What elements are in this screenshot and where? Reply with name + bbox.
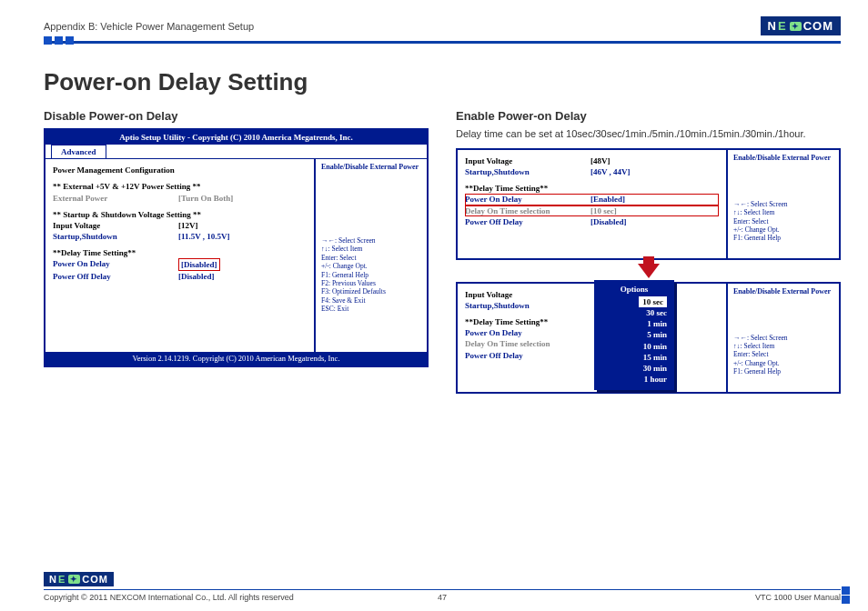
help-text: Enable/Disable External Power: [733, 154, 833, 164]
startup-shutdown-label: Startup,Shutdown: [465, 166, 590, 177]
footer-logo: NE✦COM: [44, 572, 114, 586]
input-voltage-value[interactable]: [48V]: [590, 155, 611, 166]
options-title: Options: [601, 284, 667, 295]
option-item[interactable]: 30 sec: [601, 307, 667, 318]
input-voltage-label: Input Voltage: [465, 155, 590, 166]
arrow-down-icon: [638, 264, 660, 278]
delay-time-header: **Delay Time Setting**: [465, 183, 719, 194]
power-off-delay-label: Power Off Delay: [465, 350, 590, 361]
startup-shutdown-label: Startup,Shutdown: [53, 231, 178, 242]
bios-panel-enable-bottom: Input Voltage Startup,Shutdown **Delay T…: [456, 282, 841, 394]
startup-shutdown-label: Startup,Shutdown: [465, 300, 590, 311]
right-description: Delay time can be set at 10sec/30sec/1mi…: [456, 128, 841, 139]
options-popup: Options 10 sec 30 sec 1 min 5 min 10 min…: [594, 280, 674, 390]
key-legend: →←: Select Screen ↑↓: Select Item Enter:…: [733, 334, 833, 376]
bios-footer: Version 2.14.1219. Copyright (C) 2010 Am…: [45, 352, 427, 366]
bios-panel-enable-top: Input Voltage [48V] Startup,Shutdown [46…: [456, 148, 841, 260]
option-item[interactable]: 5 min: [601, 329, 667, 340]
right-heading: Enable Power-on Delay: [456, 109, 841, 123]
option-item[interactable]: 15 min: [601, 352, 667, 363]
delay-on-time-label: Delay On Time selection: [465, 205, 590, 216]
appendix-title: Appendix B: Vehicle Power Management Set…: [44, 21, 254, 32]
page-number: 47: [44, 593, 841, 602]
header-squares-icon: [44, 36, 841, 45]
corner-square-icon: [842, 586, 850, 595]
input-voltage-label: Input Voltage: [53, 220, 178, 231]
input-voltage-value[interactable]: [12V]: [178, 220, 198, 231]
help-text: Enable/Disable External Power: [733, 287, 833, 297]
bios-tab-bar: Advanced: [45, 145, 427, 159]
startup-shutdown-value[interactable]: [46V , 44V]: [590, 166, 631, 177]
power-off-delay-label: Power Off Delay: [53, 271, 178, 282]
power-off-delay-value[interactable]: [Disabled]: [590, 216, 627, 227]
power-on-delay-label: Power On Delay: [53, 258, 178, 271]
power-off-delay-label: Power Off Delay: [465, 216, 590, 227]
power-on-delay-value[interactable]: [Disabled]: [178, 258, 220, 271]
key-legend: →←: Select Screen ↑↓: Select Item Enter:…: [321, 236, 421, 313]
option-item[interactable]: 1 hour: [601, 374, 667, 385]
startup-shutdown-value[interactable]: [11.5V , 10.5V]: [178, 231, 230, 242]
left-heading: Disable Power-on Delay: [44, 109, 429, 123]
power-on-delay-value[interactable]: [Enabled]: [590, 194, 625, 205]
option-item[interactable]: 10 sec: [639, 296, 667, 307]
section-power-mgmt: Power Management Configuration: [53, 165, 307, 175]
page-title: Power-on Delay Setting: [44, 68, 841, 96]
corner-square-icon: [842, 596, 850, 604]
brand-logo: NE✦COM: [761, 16, 841, 35]
help-text: Enable/Disable External Power: [321, 163, 421, 173]
input-voltage-label: Input Voltage: [465, 289, 590, 300]
power-on-delay-label: Power On Delay: [465, 327, 590, 338]
ext-power-header: ** External +5V & +12V Power Setting **: [53, 181, 307, 192]
startup-shutdown-header: ** Startup & Shutdown Voltage Setting **: [53, 209, 307, 220]
delay-on-time-label: Delay On Time selection: [465, 338, 590, 349]
delay-on-time-value[interactable]: [10 sec]: [590, 205, 617, 216]
option-item[interactable]: 30 min: [601, 363, 667, 374]
delay-time-header: **Delay Time Setting**: [53, 247, 307, 258]
tab-advanced[interactable]: Advanced: [51, 145, 106, 158]
power-on-delay-label: Power On Delay: [465, 194, 590, 205]
power-off-delay-value[interactable]: [Disabled]: [178, 271, 215, 282]
option-item[interactable]: 1 min: [601, 318, 667, 329]
bios-title-bar: Aptio Setup Utility - Copyright (C) 2010…: [45, 130, 427, 145]
bios-panel-disable: Aptio Setup Utility - Copyright (C) 2010…: [44, 128, 429, 367]
delay-time-header: **Delay Time Setting**: [465, 316, 719, 327]
ext-power-label: External Power: [53, 193, 178, 204]
key-legend: →←: Select Screen ↑↓: Select Item Enter:…: [733, 200, 833, 243]
ext-power-value[interactable]: [Turn On Both]: [178, 193, 233, 204]
option-item[interactable]: 10 min: [601, 341, 667, 352]
footer-rule: [44, 589, 841, 590]
